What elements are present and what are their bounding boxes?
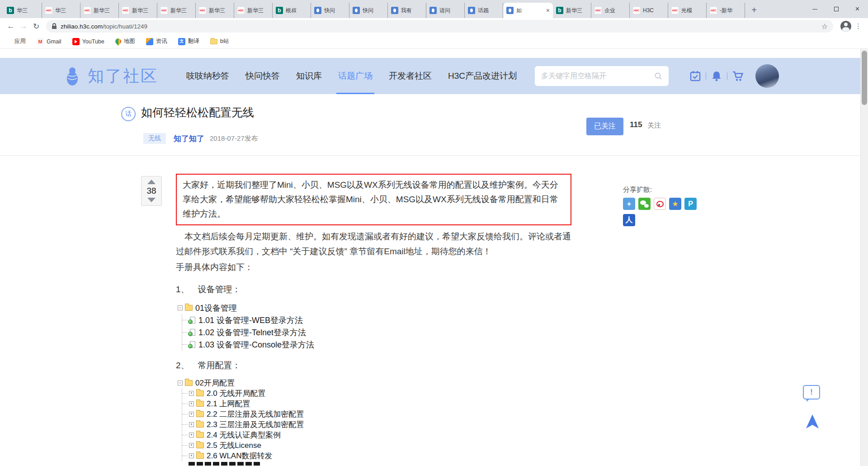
nav-item[interactable]: 吱吱纳秒答 xyxy=(178,58,237,94)
maximize-button[interactable] xyxy=(826,0,847,18)
browser-tab[interactable]: H3C新华三 xyxy=(234,3,273,18)
bookmark-item[interactable]: 资讯 xyxy=(146,38,167,45)
browser-tab[interactable]: H3C企业 xyxy=(591,3,630,18)
browser-tab[interactable]: H3C光模 xyxy=(668,3,707,18)
tree-root-label: 01设备管理 xyxy=(195,303,237,314)
tree-children: +2.0 无线开局配置+2.1 上网配置+2.2 二层注册及无线加密配置+2.3… xyxy=(182,388,571,461)
clipped-next-row xyxy=(189,462,261,466)
browser-tab[interactable]: H3C新华三 xyxy=(80,3,119,18)
header-search-box[interactable] xyxy=(535,66,669,86)
expand-plus-icon[interactable]: + xyxy=(189,453,194,458)
tree-item[interactable]: 1.03 设备管理-Console登录方法 xyxy=(182,338,571,351)
browser-tab[interactable]: 请问 xyxy=(426,3,465,18)
bookmark-item[interactable]: YouTube xyxy=(72,38,104,45)
collapse-minus-icon[interactable]: − xyxy=(178,380,183,385)
header-search-input[interactable] xyxy=(541,72,654,80)
tree-item[interactable]: +2.5 无线License xyxy=(182,440,571,451)
bookmark-star-icon[interactable]: ☆ xyxy=(821,22,828,31)
search-icon[interactable] xyxy=(654,72,662,80)
tasks-icon[interactable] xyxy=(688,71,703,81)
news-icon xyxy=(146,38,153,45)
tree-item[interactable]: +2.6 WLAN数据转发 xyxy=(182,451,571,461)
browser-tab[interactable]: H3CH3C xyxy=(630,3,668,18)
expand-plus-icon[interactable]: + xyxy=(189,391,194,396)
close-window-button[interactable]: × xyxy=(847,0,868,18)
paragraph-toc: 手册具体内容如下： xyxy=(176,260,571,275)
downvote-icon[interactable] xyxy=(147,198,156,202)
browser-tab[interactable]: b根叔 xyxy=(273,3,311,18)
expand-plus-icon[interactable]: + xyxy=(189,443,194,448)
tree-root-row[interactable]: −02开局配置 xyxy=(178,378,571,388)
browser-tab[interactable]: H3C新华三 xyxy=(196,3,234,18)
site-logo[interactable]: 知了社区 xyxy=(62,65,158,87)
topic-tag[interactable]: 无线 xyxy=(143,133,166,144)
back-to-top-icon[interactable] xyxy=(806,414,819,429)
expand-plus-icon[interactable]: + xyxy=(189,412,194,417)
page-scrollbar[interactable] xyxy=(860,49,868,466)
notifications-bell-icon[interactable] xyxy=(709,71,724,81)
gmail-icon: M xyxy=(37,38,44,45)
nav-item[interactable]: 快问快答 xyxy=(237,58,288,94)
collapse-minus-icon[interactable]: − xyxy=(178,305,183,310)
expand-plus-icon[interactable]: + xyxy=(189,401,194,406)
weibo-share-icon[interactable] xyxy=(654,198,666,210)
follow-button[interactable]: 已关注 xyxy=(586,118,623,135)
browser-tab[interactable]: 快问 xyxy=(349,3,388,18)
h3c-favicon: H3C xyxy=(671,7,679,14)
forward-button[interactable]: → xyxy=(17,20,30,33)
topic-author[interactable]: 知了知了 xyxy=(174,133,204,144)
renren-share-icon[interactable]: 人 xyxy=(623,214,635,226)
expand-plus-icon[interactable]: + xyxy=(189,433,194,437)
browser-tab[interactable]: b新华三 xyxy=(553,3,591,18)
browser-tab[interactable]: H3C新华三 xyxy=(157,3,196,18)
browser-tab[interactable]: H3C华三 xyxy=(42,3,80,18)
bookmark-label: YouTube xyxy=(82,38,104,45)
minimize-button[interactable] xyxy=(804,0,826,18)
tree-root-row[interactable]: −01设备管理 xyxy=(178,302,571,314)
nav-item[interactable]: 知识库 xyxy=(288,58,330,94)
cart-icon[interactable] xyxy=(730,70,745,82)
back-button[interactable]: ← xyxy=(5,20,17,33)
expand-plus-icon[interactable]: + xyxy=(189,422,194,427)
nav-item[interactable]: 话题广场 xyxy=(330,58,381,94)
tree-item[interactable]: 1.01 设备管理-WEB登录方法 xyxy=(182,314,571,326)
tree-item[interactable]: +2.4 无线认证典型案例 xyxy=(182,430,571,440)
browser-tab[interactable]: 话题 xyxy=(465,3,503,18)
wechat-share-icon[interactable] xyxy=(638,198,651,210)
browser-tab[interactable]: H3C-新华 xyxy=(707,3,745,18)
nav-item[interactable]: H3C产品改进计划 xyxy=(440,58,525,94)
close-tab-icon[interactable]: × xyxy=(546,7,550,14)
tree-item[interactable]: +2.1 上网配置 xyxy=(182,399,571,409)
section-heading: 1、 设备管理： xyxy=(176,284,571,295)
address-bar[interactable]: zhiliao.h3c.com/topic/huati/1249 ☆ xyxy=(46,20,833,33)
browser-tab[interactable]: 如× xyxy=(503,3,553,18)
bookmark-item[interactable]: b站 xyxy=(210,38,229,45)
tree-item[interactable]: 1.02 设备管理-Telnet登录方法 xyxy=(182,326,571,338)
browser-tab[interactable]: H3C新华三 xyxy=(119,3,157,18)
tree-item[interactable]: +2.3 三层注册及无线加密配置 xyxy=(182,419,571,430)
new-tab-button[interactable]: + xyxy=(748,4,760,16)
doc-favicon xyxy=(429,7,437,14)
bookmark-item[interactable]: 地图 xyxy=(115,38,135,45)
tree-item[interactable]: +2.2 二层注册及无线加密配置 xyxy=(182,409,571,419)
qzone-share-icon[interactable]: ★ xyxy=(669,198,681,210)
cicada-logo-icon xyxy=(62,66,82,86)
user-avatar[interactable] xyxy=(755,64,779,88)
scrollbar-thumb[interactable] xyxy=(862,51,867,105)
upvote-icon[interactable] xyxy=(147,180,156,184)
bookmark-item[interactable]: MGmail xyxy=(37,38,61,45)
maximize-icon xyxy=(834,7,839,11)
browser-profile-icon[interactable] xyxy=(840,21,851,32)
browser-tab[interactable]: b华三 xyxy=(4,3,42,18)
baidu-share-icon[interactable]: P xyxy=(684,198,697,210)
bookmark-item[interactable]: 文翻译 xyxy=(178,38,199,45)
browser-tab[interactable]: 快问 xyxy=(311,3,349,18)
reload-button[interactable]: ↻ xyxy=(30,20,42,33)
browser-tab[interactable]: 我有 xyxy=(388,3,426,18)
nav-item[interactable]: 开发者社区 xyxy=(381,58,440,94)
feedback-bubble-icon[interactable]: ! xyxy=(803,385,820,399)
bookmark-item[interactable]: 应用 xyxy=(5,38,26,45)
browser-menu-icon[interactable]: ⋮ xyxy=(855,22,862,30)
tree-item[interactable]: +2.0 无线开局配置 xyxy=(182,388,571,399)
share-more-icon[interactable]: + xyxy=(623,198,635,210)
